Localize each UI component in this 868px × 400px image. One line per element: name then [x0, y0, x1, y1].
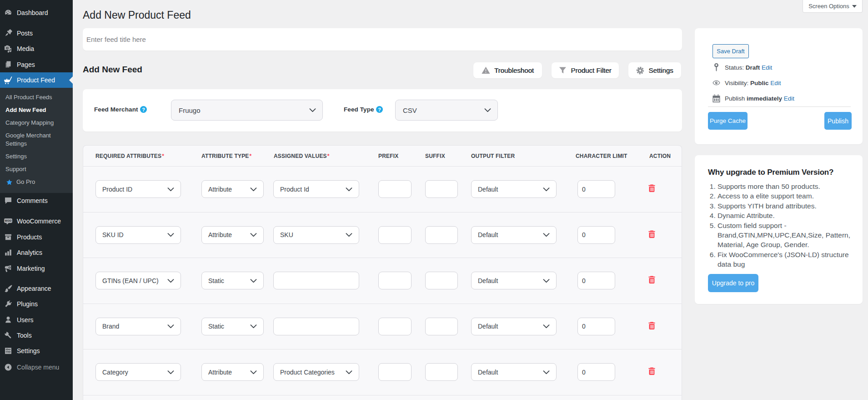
svg-text:WOO: WOO — [5, 219, 12, 222]
